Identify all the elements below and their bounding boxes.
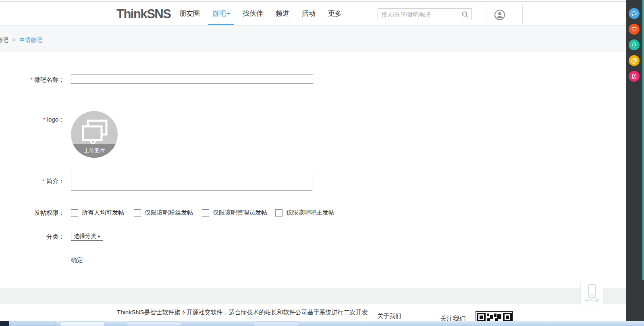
notification-rail: @ [626,0,644,321]
permission-option-admin-only[interactable]: 仅限该吧管理员发帖 [202,209,267,217]
header-divider [486,4,486,24]
breadcrumb-weiba[interactable]: 微吧 [0,37,8,43]
taskbar-button[interactable] [60,322,104,326]
at-mention-icon[interactable]: @ [629,55,640,66]
chevron-down-icon: ▼ [97,235,101,239]
taskbar-button[interactable] [254,322,299,326]
heart-icon[interactable] [629,24,640,35]
category-select[interactable]: 选择分类 ▼ [71,232,103,241]
logo-label: *logo： [0,116,64,124]
checkbox-label: 所有人均可发帖 [82,209,124,217]
search-icon[interactable] [461,10,469,19]
header: ThinkSNS 朋友圈 微吧+ 找伙伴 频道 活动 更多 [0,2,644,25]
weiba-name-label: *微吧名称： [0,76,64,84]
footer-separator-band [0,288,644,304]
checkbox[interactable] [202,209,209,217]
footer-description: ThinkSNS是智士软件旗下开源社交软件，适合懂技术的站长和软件公司基于系统进… [117,309,368,316]
footer-about-link[interactable]: 关于我们 [377,312,401,320]
breadcrumb-separator: > [12,37,15,43]
chat-icon[interactable] [629,8,640,19]
main-nav: 朋友圈 微吧+ 找伙伴 频道 活动 更多 [179,2,342,25]
permission-option-fans-only[interactable]: 仅限该吧粉丝发帖 [134,209,193,217]
logo-upload-button[interactable]: 上传图片 [71,111,118,158]
breadcrumb-apply-weiba[interactable]: 申请微吧 [19,37,42,43]
taskbar-start-corner[interactable] [0,321,9,326]
nav-channel[interactable]: 频道 [276,2,289,25]
breadcrumb-band: 微吧 > 申请微吧 [0,26,644,52]
header-divider [522,4,523,24]
category-label: 分类： [0,233,64,241]
taskbar-button[interactable] [127,322,181,326]
nav-activity[interactable]: 活动 [302,2,316,25]
taskbar-button[interactable] [10,322,56,326]
required-asterisk: * [43,116,45,123]
category-selected-value: 选择分类 [74,233,96,240]
nav-weiba[interactable]: 微吧+ [212,2,230,25]
submit-button[interactable]: 确定 [71,256,83,264]
checkbox[interactable] [134,209,141,217]
search-box [378,8,472,20]
upload-caption-band: 上传图片 [71,144,118,158]
nav-more[interactable]: 更多 [328,2,342,25]
bell-icon[interactable] [629,39,640,50]
required-asterisk: * [31,76,33,83]
intro-label: *简介： [0,177,64,185]
checkbox-label: 仅限该吧粉丝发帖 [145,209,193,217]
app-download-label: APP下载 [581,298,603,303]
os-taskbar[interactable] [0,321,644,326]
required-asterisk: * [43,178,45,184]
nav-find-partner[interactable]: 找伙伴 [243,2,263,25]
contacts-icon[interactable] [629,71,640,82]
permission-option-owner-only[interactable]: 仅限该吧吧主发帖 [275,209,334,217]
phone-icon [588,284,596,299]
intro-textarea[interactable] [71,172,312,191]
breadcrumb: 微吧 > 申请微吧 [0,37,42,44]
thinksns-logo[interactable]: ThinkSNS [116,7,170,21]
permission-option-everyone[interactable]: 所有人均可发帖 [71,209,124,217]
search-input[interactable] [378,9,460,20]
nav-friend-circle[interactable]: 朋友圈 [179,2,200,25]
checkbox-label: 仅限该吧吧主发帖 [286,209,334,217]
weiba-name-input[interactable] [71,74,313,84]
rail-accent-edge [642,0,644,280]
checkbox[interactable] [275,209,283,217]
upload-caption: 上传图片 [71,147,118,154]
app-download-widget[interactable]: APP下载 [580,282,603,305]
checkbox-label: 仅限该吧管理员发帖 [213,209,267,217]
checkbox[interactable] [71,209,78,217]
user-avatar-icon[interactable] [494,9,506,21]
post-permission-label: 发帖权限： [0,209,64,217]
